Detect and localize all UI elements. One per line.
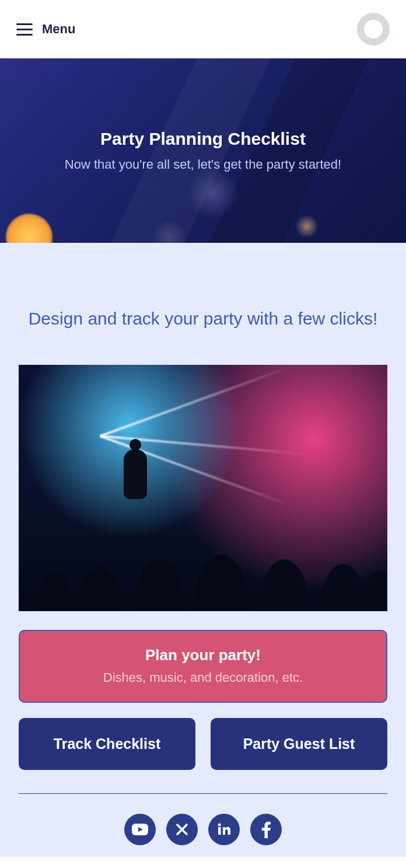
nav-button-row: Track Checklist Party Guest List xyxy=(19,718,387,770)
svg-point-3 xyxy=(218,824,221,827)
app-logo[interactable] xyxy=(357,13,390,46)
menu-button[interactable]: Menu xyxy=(16,22,75,37)
hero-banner: Party Planning Checklist Now that you're… xyxy=(0,58,406,243)
plan-party-subtitle: Dishes, music, and decoration, etc. xyxy=(32,670,374,685)
facebook-icon[interactable] xyxy=(250,814,282,845)
hero-title: Party Planning Checklist xyxy=(100,129,306,149)
youtube-icon[interactable] xyxy=(124,814,156,845)
plan-party-title: Plan your party! xyxy=(32,646,374,664)
main-content: Design and track your party with a few c… xyxy=(0,243,406,857)
hero-subtitle: Now that you're all set, let's get the p… xyxy=(65,157,341,172)
plan-party-button[interactable]: Plan your party! Dishes, music, and deco… xyxy=(19,630,387,703)
social-row xyxy=(19,814,387,851)
x-icon[interactable] xyxy=(166,814,198,845)
divider xyxy=(19,793,387,794)
app-header: Menu xyxy=(0,0,406,58)
party-image xyxy=(19,365,387,611)
linkedin-icon[interactable] xyxy=(208,814,240,845)
menu-label: Menu xyxy=(42,22,75,37)
hamburger-icon xyxy=(16,23,33,36)
main-heading: Design and track your party with a few c… xyxy=(19,307,387,330)
track-checklist-button[interactable]: Track Checklist xyxy=(19,718,195,770)
party-guest-list-button[interactable]: Party Guest List xyxy=(211,718,387,770)
svg-rect-2 xyxy=(218,827,221,835)
